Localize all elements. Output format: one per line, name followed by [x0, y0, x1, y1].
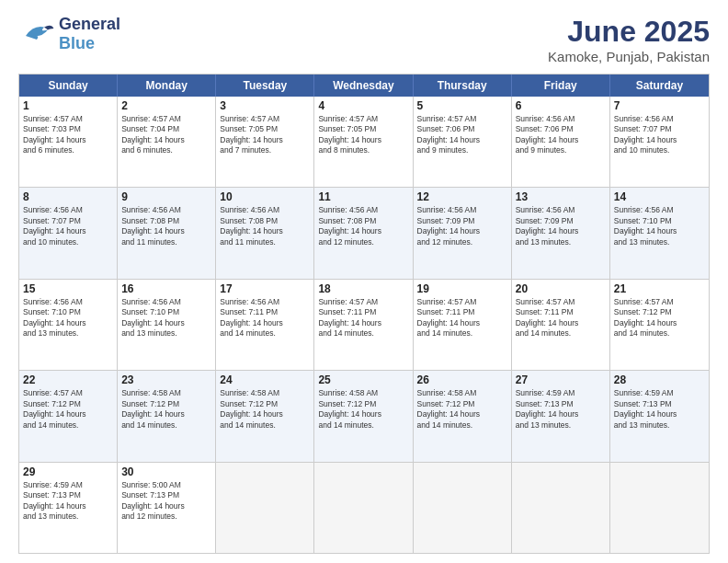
day-number: 29 [23, 465, 113, 478]
day-info: Sunrise: 4:56 AM Sunset: 7:07 PM Dayligh… [23, 205, 113, 247]
day-info: Sunrise: 4:57 AM Sunset: 7:12 PM Dayligh… [614, 297, 705, 339]
day-number: 21 [614, 282, 705, 295]
day-number: 13 [516, 190, 606, 203]
table-row: 21Sunrise: 4:57 AM Sunset: 7:12 PM Dayli… [610, 280, 709, 370]
day-info: Sunrise: 4:56 AM Sunset: 7:07 PM Dayligh… [614, 114, 705, 156]
table-row: 23Sunrise: 4:58 AM Sunset: 7:12 PM Dayli… [118, 371, 216, 461]
calendar-subtitle: Kamoke, Punjab, Pakistan [548, 49, 710, 64]
weekday-saturday: Saturday [610, 75, 709, 97]
day-info: Sunrise: 4:57 AM Sunset: 7:05 PM Dayligh… [220, 114, 310, 156]
table-row: 18Sunrise: 4:57 AM Sunset: 7:11 PM Dayli… [314, 280, 413, 370]
calendar-week-4: 29Sunrise: 4:59 AM Sunset: 7:13 PM Dayli… [19, 462, 709, 553]
day-info: Sunrise: 4:56 AM Sunset: 7:09 PM Dayligh… [516, 205, 606, 247]
table-row: 9Sunrise: 4:56 AM Sunset: 7:08 PM Daylig… [118, 188, 216, 278]
table-row: 3Sunrise: 4:57 AM Sunset: 7:05 PM Daylig… [216, 97, 314, 187]
day-number: 12 [417, 190, 507, 203]
table-row: 15Sunrise: 4:56 AM Sunset: 7:10 PM Dayli… [19, 280, 118, 370]
calendar-week-3: 22Sunrise: 4:57 AM Sunset: 7:12 PM Dayli… [19, 370, 709, 461]
table-row [216, 463, 314, 553]
day-number: 25 [318, 373, 408, 386]
table-row: 1Sunrise: 4:57 AM Sunset: 7:03 PM Daylig… [19, 97, 118, 187]
table-row [610, 463, 709, 553]
table-row: 25Sunrise: 4:58 AM Sunset: 7:12 PM Dayli… [314, 371, 413, 461]
day-info: Sunrise: 4:56 AM Sunset: 7:06 PM Dayligh… [516, 114, 606, 156]
day-number: 19 [417, 282, 507, 295]
day-info: Sunrise: 4:58 AM Sunset: 7:12 PM Dayligh… [220, 388, 310, 431]
table-row: 8Sunrise: 4:56 AM Sunset: 7:07 PM Daylig… [19, 188, 118, 278]
day-info: Sunrise: 4:57 AM Sunset: 7:04 PM Dayligh… [121, 114, 211, 156]
day-number: 20 [516, 282, 606, 295]
day-number: 10 [220, 190, 310, 203]
day-info: Sunrise: 4:56 AM Sunset: 7:09 PM Dayligh… [417, 205, 507, 247]
table-row [314, 463, 413, 553]
weekday-thursday: Thursday [414, 75, 512, 97]
day-number: 15 [23, 282, 113, 295]
table-row [512, 463, 610, 553]
day-number: 2 [121, 99, 211, 112]
weekday-sunday: Sunday [19, 75, 118, 97]
table-row: 12Sunrise: 4:56 AM Sunset: 7:09 PM Dayli… [414, 188, 512, 278]
table-row: 17Sunrise: 4:56 AM Sunset: 7:11 PM Dayli… [216, 280, 314, 370]
day-number: 27 [516, 373, 606, 386]
table-row: 30Sunrise: 5:00 AM Sunset: 7:13 PM Dayli… [118, 463, 216, 553]
day-number: 3 [220, 99, 310, 112]
table-row: 4Sunrise: 4:57 AM Sunset: 7:05 PM Daylig… [314, 97, 413, 187]
table-row: 28Sunrise: 4:59 AM Sunset: 7:13 PM Dayli… [610, 371, 709, 461]
table-row: 22Sunrise: 4:57 AM Sunset: 7:12 PM Dayli… [19, 371, 118, 461]
day-number: 5 [417, 99, 507, 112]
day-number: 4 [318, 99, 408, 112]
calendar-body: 1Sunrise: 4:57 AM Sunset: 7:03 PM Daylig… [19, 97, 709, 553]
day-info: Sunrise: 4:57 AM Sunset: 7:03 PM Dayligh… [23, 114, 113, 156]
day-info: Sunrise: 5:00 AM Sunset: 7:13 PM Dayligh… [121, 480, 211, 523]
day-number: 6 [516, 99, 606, 112]
day-number: 9 [121, 190, 211, 203]
weekday-tuesday: Tuesday [216, 75, 314, 97]
header: General Blue June 2025 Kamoke, Punjab, P… [18, 15, 710, 64]
day-info: Sunrise: 4:56 AM Sunset: 7:08 PM Dayligh… [220, 205, 310, 247]
calendar-title: June 2025 [548, 15, 710, 49]
day-info: Sunrise: 4:56 AM Sunset: 7:10 PM Dayligh… [23, 297, 113, 339]
day-number: 16 [121, 282, 211, 295]
table-row: 24Sunrise: 4:58 AM Sunset: 7:12 PM Dayli… [216, 371, 314, 461]
calendar-week-2: 15Sunrise: 4:56 AM Sunset: 7:10 PM Dayli… [19, 279, 709, 370]
day-info: Sunrise: 4:58 AM Sunset: 7:12 PM Dayligh… [417, 388, 507, 431]
weekday-friday: Friday [512, 75, 610, 97]
day-info: Sunrise: 4:58 AM Sunset: 7:12 PM Dayligh… [121, 388, 211, 431]
calendar: Sunday Monday Tuesday Wednesday Thursday… [18, 74, 710, 554]
logo: General Blue [18, 15, 120, 53]
table-row: 13Sunrise: 4:56 AM Sunset: 7:09 PM Dayli… [512, 188, 610, 278]
day-info: Sunrise: 4:58 AM Sunset: 7:12 PM Dayligh… [318, 388, 408, 431]
table-row: 19Sunrise: 4:57 AM Sunset: 7:11 PM Dayli… [414, 280, 512, 370]
calendar-week-0: 1Sunrise: 4:57 AM Sunset: 7:03 PM Daylig… [19, 97, 709, 187]
day-number: 8 [23, 190, 113, 203]
weekday-monday: Monday [118, 75, 216, 97]
calendar-week-1: 8Sunrise: 4:56 AM Sunset: 7:07 PM Daylig… [19, 187, 709, 278]
table-row [414, 463, 512, 553]
table-row: 7Sunrise: 4:56 AM Sunset: 7:07 PM Daylig… [610, 97, 709, 187]
day-info: Sunrise: 4:57 AM Sunset: 7:05 PM Dayligh… [318, 114, 408, 156]
table-row: 10Sunrise: 4:56 AM Sunset: 7:08 PM Dayli… [216, 188, 314, 278]
day-info: Sunrise: 4:56 AM Sunset: 7:08 PM Dayligh… [318, 205, 408, 247]
table-row: 27Sunrise: 4:59 AM Sunset: 7:13 PM Dayli… [512, 371, 610, 461]
day-info: Sunrise: 4:59 AM Sunset: 7:13 PM Dayligh… [516, 388, 606, 431]
day-number: 28 [614, 373, 705, 386]
table-row: 2Sunrise: 4:57 AM Sunset: 7:04 PM Daylig… [118, 97, 216, 187]
day-info: Sunrise: 4:57 AM Sunset: 7:11 PM Dayligh… [516, 297, 606, 339]
day-info: Sunrise: 4:57 AM Sunset: 7:11 PM Dayligh… [417, 297, 507, 339]
day-info: Sunrise: 4:56 AM Sunset: 7:08 PM Dayligh… [121, 205, 211, 247]
weekday-wednesday: Wednesday [314, 75, 413, 97]
day-info: Sunrise: 4:56 AM Sunset: 7:10 PM Dayligh… [614, 205, 705, 247]
day-number: 1 [23, 99, 113, 112]
day-info: Sunrise: 4:57 AM Sunset: 7:12 PM Dayligh… [23, 388, 113, 431]
table-row: 20Sunrise: 4:57 AM Sunset: 7:11 PM Dayli… [512, 280, 610, 370]
day-number: 11 [318, 190, 408, 203]
day-number: 23 [121, 373, 211, 386]
table-row: 16Sunrise: 4:56 AM Sunset: 7:10 PM Dayli… [118, 280, 216, 370]
day-number: 14 [614, 190, 705, 203]
day-info: Sunrise: 4:59 AM Sunset: 7:13 PM Dayligh… [23, 480, 113, 523]
logo-blue: Blue [59, 34, 95, 52]
day-info: Sunrise: 4:59 AM Sunset: 7:13 PM Dayligh… [614, 388, 705, 431]
day-info: Sunrise: 4:57 AM Sunset: 7:06 PM Dayligh… [417, 114, 507, 156]
day-number: 22 [23, 373, 113, 386]
day-info: Sunrise: 4:56 AM Sunset: 7:11 PM Dayligh… [220, 297, 310, 339]
